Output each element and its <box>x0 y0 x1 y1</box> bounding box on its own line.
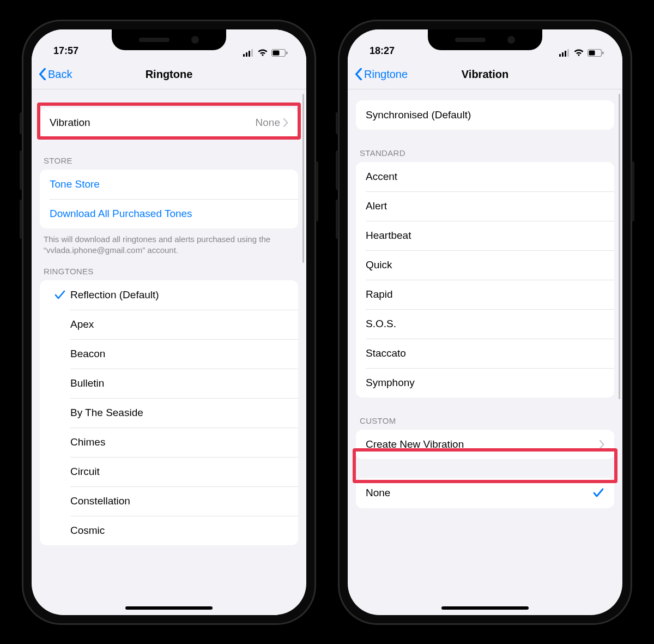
chevron-left-icon <box>38 68 47 80</box>
vibration-item-label: Heartbeat <box>366 230 604 242</box>
vibration-item-row[interactable]: Staccato <box>356 339 614 368</box>
vibration-item-label: Symphony <box>366 377 604 389</box>
store-header: STORE <box>32 156 306 170</box>
download-tones-label: Download All Purchased Tones <box>50 208 288 220</box>
ringtone-label: Reflection (Default) <box>70 289 288 301</box>
vibration-item-label: Staccato <box>366 347 604 359</box>
home-indicator[interactable] <box>441 606 529 610</box>
battery-icon <box>271 49 288 57</box>
chevron-right-icon <box>600 440 604 449</box>
svg-rect-3 <box>251 49 253 57</box>
svg-rect-8 <box>562 52 564 57</box>
vibration-item-row[interactable]: S.O.S. <box>356 309 614 339</box>
svg-rect-7 <box>559 54 561 57</box>
ringtone-row[interactable]: Beacon <box>40 339 298 369</box>
phone-right: 18:27 Ringtone Vibration Synchronised (D… <box>338 20 632 625</box>
svg-rect-2 <box>249 51 250 57</box>
synchronised-row[interactable]: Synchronised (Default) <box>356 100 614 130</box>
battery-icon <box>588 49 604 57</box>
chevron-right-icon <box>283 118 288 127</box>
ringtone-row[interactable]: Constellation <box>40 486 298 516</box>
vibration-item-label: Rapid <box>366 288 604 300</box>
status-indicators <box>559 49 604 57</box>
back-button[interactable]: Ringtone <box>348 68 408 81</box>
vibration-item-label: Accent <box>366 171 604 183</box>
vibration-section: Vibration None <box>40 108 298 137</box>
status-time: 18:27 <box>370 45 395 57</box>
sync-section: Synchronised (Default) <box>356 100 614 130</box>
svg-rect-13 <box>602 51 604 54</box>
vibration-item-row[interactable]: Rapid <box>356 280 614 309</box>
ringtone-row[interactable]: Apex <box>40 310 298 339</box>
create-vibration-row[interactable]: Create New Vibration <box>356 430 614 459</box>
phone-left: 17:57 Back Ringtone Vibration None <box>22 20 316 625</box>
ringtone-label: Beacon <box>70 348 288 360</box>
ringtone-label: Apex <box>70 318 288 330</box>
ringtone-row[interactable]: Reflection (Default) <box>40 280 298 310</box>
ringtone-row[interactable]: Circuit <box>40 457 298 486</box>
scrollbar[interactable] <box>619 94 620 399</box>
vibration-item-row[interactable]: Heartbeat <box>356 221 614 250</box>
checkmark-icon <box>592 488 604 498</box>
back-label: Back <box>48 68 72 81</box>
ringtone-label: Constellation <box>70 495 288 507</box>
vibration-row[interactable]: Vibration None <box>40 108 298 137</box>
cellular-icon <box>243 49 254 57</box>
vibration-label: Vibration <box>50 117 256 129</box>
svg-rect-10 <box>567 49 569 57</box>
download-tones-row[interactable]: Download All Purchased Tones <box>40 199 298 228</box>
ringtone-row[interactable]: Bulletin <box>40 369 298 398</box>
content: Synchronised (Default) STANDARD Accent A… <box>348 89 622 615</box>
home-indicator[interactable] <box>125 606 213 610</box>
vibration-value: None <box>256 117 283 129</box>
svg-rect-0 <box>243 54 245 57</box>
store-list: Tone Store Download All Purchased Tones <box>40 170 298 228</box>
checkmark-icon <box>50 290 70 300</box>
tone-store-row[interactable]: Tone Store <box>40 170 298 199</box>
chevron-left-icon <box>354 68 363 80</box>
svg-rect-1 <box>246 52 247 57</box>
vibration-item-label: S.O.S. <box>366 318 604 330</box>
nav-bar: Ringtone Vibration <box>348 60 622 89</box>
ringtone-label: Circuit <box>70 466 288 478</box>
ringtone-label: Bulletin <box>70 377 288 389</box>
vibration-item-label: Quick <box>366 259 604 271</box>
ringtone-row[interactable]: By The Seaside <box>40 398 298 428</box>
ringtone-label: Cosmic <box>70 525 288 537</box>
standard-header: STANDARD <box>348 148 622 162</box>
tone-store-label: Tone Store <box>50 178 288 190</box>
cellular-icon <box>559 49 570 57</box>
none-label: None <box>366 487 592 499</box>
synchronised-label: Synchronised (Default) <box>366 109 604 121</box>
vibration-item-row[interactable]: Quick <box>356 250 614 280</box>
ringtone-label: Chimes <box>70 436 288 448</box>
nav-title: Ringtone <box>32 68 306 81</box>
svg-rect-6 <box>286 51 288 54</box>
status-indicators <box>243 49 288 57</box>
ringtone-label: By The Seaside <box>70 407 288 419</box>
custom-list: Create New Vibration <box>356 430 614 459</box>
svg-rect-9 <box>565 51 566 57</box>
ringtone-row[interactable]: Cosmic <box>40 516 298 545</box>
svg-rect-12 <box>589 50 595 55</box>
none-section: None <box>356 478 614 508</box>
back-button[interactable]: Back <box>32 68 72 81</box>
store-footer: This will download all ringtones and ale… <box>32 228 306 256</box>
svg-rect-5 <box>273 50 280 55</box>
vibration-item-row[interactable]: Accent <box>356 162 614 191</box>
ringtones-list: Reflection (Default) Apex Beacon Bulleti… <box>40 280 298 545</box>
wifi-icon <box>257 49 268 57</box>
scrollbar[interactable] <box>302 94 304 263</box>
vibration-item-label: Alert <box>366 200 604 212</box>
back-label: Ringtone <box>364 68 408 81</box>
vibration-item-row[interactable]: Alert <box>356 191 614 221</box>
ringtones-header: RINGTONES <box>32 267 306 280</box>
vibration-item-row[interactable]: Symphony <box>356 368 614 398</box>
custom-header: CUSTOM <box>348 416 622 430</box>
wifi-icon <box>573 49 584 57</box>
ringtone-row[interactable]: Chimes <box>40 428 298 457</box>
none-row[interactable]: None <box>356 478 614 508</box>
standard-list: Accent Alert Heartbeat Quick Rapid S.O.S… <box>356 162 614 398</box>
nav-bar: Back Ringtone <box>32 60 306 89</box>
create-vibration-label: Create New Vibration <box>366 438 600 450</box>
